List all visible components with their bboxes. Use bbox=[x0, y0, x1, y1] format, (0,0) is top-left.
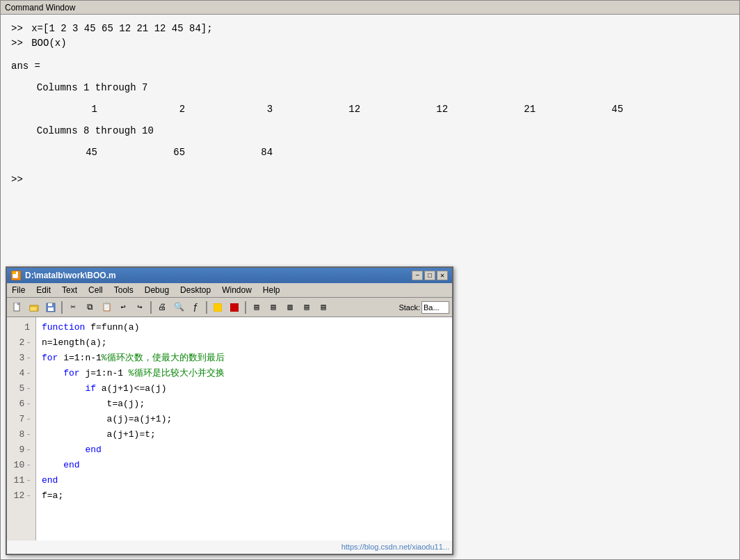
editor-window[interactable]: D:\matalb\work\BOO.m − □ ✕ File Edit Tex… bbox=[6, 266, 453, 555]
code-line-9: end bbox=[42, 442, 447, 458]
svg-rect-1 bbox=[13, 271, 16, 274]
editor-menubar: File Edit Text Cell Tools Debug Desktop … bbox=[7, 283, 452, 298]
code-line-2: n=length(a); bbox=[42, 335, 447, 351]
prompt-2: >> bbox=[11, 36, 29, 51]
line-num-8: 8 - bbox=[7, 427, 35, 442]
svg-rect-6 bbox=[48, 307, 54, 311]
close-button[interactable]: ✕ bbox=[437, 271, 448, 280]
line-num-3: 3 - bbox=[7, 351, 35, 366]
line-num-6: 6 - bbox=[7, 397, 35, 412]
code-line-3: for i=1:n-1%循环次数，使最大的数到最后 bbox=[42, 351, 447, 366]
find-btn[interactable]: 🔍 bbox=[171, 300, 186, 315]
cmd-line-2: >> BOO(x) bbox=[11, 36, 729, 51]
command-title: Command Window bbox=[5, 3, 75, 13]
tb4[interactable]: ▤ bbox=[299, 300, 314, 315]
dash-10: - bbox=[26, 458, 31, 473]
dash-12: - bbox=[26, 488, 31, 504]
prompt-1: >> bbox=[11, 22, 29, 36]
cmd-text-1: x=[1 2 3 45 65 12 21 12 45 84]; bbox=[31, 22, 212, 36]
editor-title-controls[interactable]: − □ ✕ bbox=[412, 271, 448, 280]
redo-btn[interactable]: ↪ bbox=[132, 300, 147, 315]
prompt-end: >> bbox=[11, 173, 29, 187]
tb2[interactable]: ▤ bbox=[266, 300, 281, 315]
command-content[interactable]: >> x=[1 2 3 45 65 12 21 12 45 84]; >> BO… bbox=[1, 15, 739, 194]
editor-title-text: D:\matalb\work\BOO.m bbox=[25, 271, 116, 280]
values-8-10: 45 65 84 bbox=[11, 145, 729, 160]
svg-rect-3 bbox=[30, 307, 37, 311]
open-file-btn[interactable] bbox=[26, 300, 42, 315]
undo-btn[interactable]: ↩ bbox=[115, 300, 131, 315]
menu-window[interactable]: Window bbox=[220, 285, 254, 296]
line-num-9: 9 - bbox=[7, 442, 35, 458]
new-file-btn[interactable] bbox=[10, 300, 25, 315]
dash-3: - bbox=[26, 351, 31, 366]
svg-rect-7 bbox=[214, 303, 222, 312]
menu-debug[interactable]: Debug bbox=[143, 285, 171, 296]
line-num-10: 10 - bbox=[7, 458, 35, 473]
ans-line: ans = bbox=[11, 59, 729, 74]
line-num-12: 12 - bbox=[7, 488, 35, 504]
code-line-11: end bbox=[42, 473, 447, 488]
code-editor[interactable]: function f=funn(a) n=length(a); for i=1:… bbox=[36, 317, 452, 541]
dash-2: - bbox=[26, 335, 31, 351]
values-1-7: 1 2 3 12 12 21 45 bbox=[11, 102, 729, 117]
line-num-4: 4 - bbox=[7, 366, 35, 381]
func-btn[interactable]: ƒ bbox=[188, 300, 203, 315]
editor-title-left: D:\matalb\work\BOO.m bbox=[11, 271, 116, 280]
svg-rect-8 bbox=[230, 303, 239, 312]
code-line-12: f=a; bbox=[42, 488, 447, 504]
code-line-10: end bbox=[42, 458, 447, 473]
stop-btn[interactable] bbox=[227, 300, 242, 315]
print-btn[interactable]: 🖨 bbox=[154, 300, 170, 315]
editor-code-area[interactable]: 1 2 - 3 - 4 - 5 - 6 - 7 - 8 - 9 - 10 - 1… bbox=[7, 317, 452, 541]
line-num-5: 5 - bbox=[7, 381, 35, 397]
menu-file[interactable]: File bbox=[10, 285, 27, 296]
save-btn[interactable] bbox=[43, 300, 58, 315]
dash-5: - bbox=[26, 381, 31, 397]
svg-rect-5 bbox=[48, 303, 52, 306]
stack-input[interactable] bbox=[421, 301, 449, 314]
command-titlebar: Command Window bbox=[1, 1, 739, 15]
menu-desktop[interactable]: Desktop bbox=[178, 285, 213, 296]
dash-11: - bbox=[26, 473, 31, 488]
tb3[interactable]: ▧ bbox=[282, 300, 298, 315]
sep-2 bbox=[150, 301, 152, 314]
line-numbers: 1 2 - 3 - 4 - 5 - 6 - 7 - 8 - 9 - 10 - 1… bbox=[7, 317, 36, 541]
sep-4 bbox=[245, 301, 246, 314]
maximize-button[interactable]: □ bbox=[424, 271, 435, 280]
stack-area: Stack: bbox=[399, 301, 449, 314]
watermark: https://blog.csdn.net/xiaodu11... bbox=[341, 543, 449, 551]
code-line-1: function f=funn(a) bbox=[42, 320, 447, 335]
code-line-6: t=a(j); bbox=[42, 397, 447, 412]
minimize-button[interactable]: − bbox=[412, 271, 423, 280]
stack-label: Stack: bbox=[399, 303, 420, 312]
editor-titlebar: D:\matalb\work\BOO.m − □ ✕ bbox=[7, 268, 452, 283]
cmd-line-1: >> x=[1 2 3 45 65 12 21 12 45 84]; bbox=[11, 22, 729, 36]
dash-6: - bbox=[26, 397, 31, 412]
code-line-7: a(j)=a(j+1); bbox=[42, 412, 447, 427]
tb5[interactable]: ▤ bbox=[316, 300, 331, 315]
sep-3 bbox=[206, 301, 207, 314]
menu-help[interactable]: Help bbox=[261, 285, 282, 296]
code-line-5: if a(j+1)<=a(j) bbox=[42, 381, 447, 397]
line-num-11: 11 - bbox=[7, 473, 35, 488]
copy-btn[interactable]: ⧉ bbox=[82, 300, 97, 315]
breakpoint-btn[interactable] bbox=[210, 300, 225, 315]
sep-1 bbox=[61, 301, 63, 314]
tb1[interactable]: ▤ bbox=[249, 300, 264, 315]
menu-tools[interactable]: Tools bbox=[112, 285, 136, 296]
line-num-2: 2 - bbox=[7, 335, 35, 351]
cols-8-10: Columns 8 through 10 bbox=[11, 124, 729, 138]
editor-file-icon bbox=[11, 271, 21, 280]
dash-4: - bbox=[26, 366, 31, 381]
editor-toolbar: ✂ ⧉ 📋 ↩ ↪ 🖨 🔍 ƒ ▤ ▤ ▧ ▤ ▤ Stack: bbox=[7, 298, 452, 317]
menu-cell[interactable]: Cell bbox=[86, 285, 105, 296]
dash-9: - bbox=[26, 442, 31, 458]
cmd-prompt-end: >> bbox=[11, 173, 729, 187]
cut-btn[interactable]: ✂ bbox=[65, 300, 81, 315]
dash-8: - bbox=[26, 427, 31, 442]
paste-btn[interactable]: 📋 bbox=[99, 300, 114, 315]
menu-edit[interactable]: Edit bbox=[34, 285, 53, 296]
menu-text[interactable]: Text bbox=[60, 285, 79, 296]
code-line-4: for j=1:n-1 %循环是比较大小并交换 bbox=[42, 366, 447, 381]
